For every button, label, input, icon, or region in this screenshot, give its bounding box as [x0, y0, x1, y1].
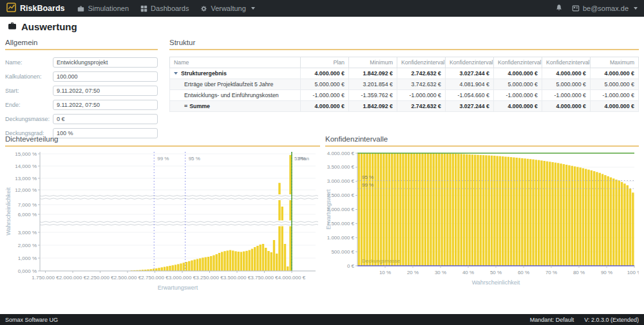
histogram-bar	[161, 267, 163, 271]
histogram-bar	[194, 259, 196, 271]
ci-bar	[402, 153, 404, 266]
ci-bar	[599, 173, 601, 266]
konfidenzintervalle-chart: 95 %99 %Deckungsmasse4.000.000 €3.500.00…	[325, 147, 639, 300]
dichteverteilung-chart: 99 %95 %5 %1 %Plan15,000 %14,000 %13,000…	[5, 147, 320, 300]
chevron-down-icon	[251, 7, 255, 10]
main-menu: Simulationen Dashboards	[77, 5, 254, 12]
value-cell: -1.000.000 €	[591, 90, 639, 101]
value-cell: 4.000.000 €	[591, 68, 639, 79]
ci-bar	[538, 160, 540, 266]
histogram-bar	[273, 240, 275, 271]
histogram-bar	[276, 254, 278, 271]
histogram-bar	[164, 267, 166, 271]
row-label: Entwicklungs- und Einführungskosten	[184, 92, 279, 98]
x-axis-title: Wahrscheinlichkeit	[472, 279, 520, 286]
bell-icon[interactable]	[555, 4, 563, 13]
column-header[interactable]: Konfidenzinterval 99	[397, 57, 446, 68]
ci-bar	[366, 153, 368, 266]
field-label: Name:	[5, 59, 53, 66]
field-label: Deckungsmasse:	[5, 116, 53, 122]
form-row: Ende:	[5, 100, 158, 110]
histogram-bar	[227, 250, 229, 271]
ci-bar	[540, 160, 542, 266]
histogram-bar	[260, 245, 261, 271]
footer-company: Somax Software UG	[5, 317, 58, 323]
dichteverteilung-panel: Dichteverteilung 99 %95 %5 %1 %Plan15,00…	[5, 135, 320, 300]
value-cell: -1.000.000 €	[494, 90, 542, 101]
ci-bar	[372, 153, 374, 266]
histogram-bar	[254, 247, 256, 271]
column-header[interactable]: Maximum	[591, 57, 639, 68]
ci-bar	[563, 164, 565, 266]
chevron-down-icon	[634, 7, 638, 10]
table-row[interactable]: Erträge über Projektlaufzeit 5 Jahre5.00…	[170, 79, 639, 90]
y-tick-label: 7,000 %	[18, 202, 37, 208]
ci-bar	[618, 181, 620, 266]
column-header[interactable]: Konfidenzinterval 95	[446, 57, 494, 68]
ci-bar	[544, 161, 545, 266]
ci-bar	[460, 154, 462, 266]
briefcase-icon	[77, 5, 84, 12]
form-row: Name:	[5, 57, 158, 68]
ci-bar	[593, 171, 595, 266]
ci-bar	[612, 178, 614, 266]
value-cell: -1.359.762 €	[349, 90, 397, 101]
ci-bar	[510, 157, 512, 266]
table-row[interactable]: =Summe4.000.000 €1.842.092 €2.742.632 €3…	[170, 101, 639, 112]
value-cell: -1.000.000 €	[397, 90, 446, 101]
ci-bar	[582, 168, 584, 266]
column-header[interactable]: Minimum	[349, 57, 397, 68]
field-input-2[interactable]	[53, 86, 158, 96]
column-header[interactable]: Konfidenzinterval 5	[494, 57, 542, 68]
histogram-bar	[191, 261, 193, 271]
histogram-bar	[245, 251, 247, 271]
table-row[interactable]: Entwicklungs- und Einführungskosten-1.00…	[170, 90, 639, 101]
y-tick-label: 3.500.000 €	[327, 164, 355, 170]
ci-bar	[574, 167, 576, 266]
app-brand-label: RiskBoards	[20, 4, 64, 13]
collapse-caret-icon[interactable]	[174, 72, 178, 75]
name-cell: =Summe	[170, 101, 301, 112]
histogram-bar	[180, 263, 182, 271]
y-axis-title: Wahrscheinlichkeit	[5, 187, 12, 236]
histogram-bar	[210, 256, 212, 271]
histogram-bar	[169, 266, 171, 271]
histogram-bar	[153, 269, 155, 271]
user-menu[interactable]: be@somax.de	[572, 5, 638, 12]
ci-bar	[468, 154, 470, 266]
ci-bar	[529, 159, 531, 266]
ci-bar	[493, 156, 495, 266]
column-header[interactable]: Plan	[301, 57, 349, 68]
nav-item-verwaltung[interactable]: Verwaltung	[200, 5, 254, 12]
value-cell: 5.000.000 €	[301, 79, 349, 90]
column-header[interactable]: Name	[170, 57, 301, 68]
nav-item-dashboards[interactable]: Dashboards	[140, 5, 189, 12]
ci-bar	[591, 171, 592, 266]
value-cell: 4.000.000 €	[591, 101, 639, 112]
column-header[interactable]: Konfidenzinterval 1	[542, 57, 591, 68]
field-input-1[interactable]	[53, 71, 158, 82]
field-input-0[interactable]	[53, 57, 158, 68]
value-cell: 5.000.000 €	[494, 79, 542, 90]
field-input-3[interactable]	[53, 100, 158, 110]
marker-label: 95 %	[189, 156, 200, 162]
ci-bar	[399, 153, 401, 266]
y-axis-title: Erwartungswert	[325, 189, 332, 230]
ci-bar	[393, 153, 395, 266]
ci-bar	[632, 192, 634, 266]
ci-bar	[491, 156, 493, 266]
field-input-4[interactable]	[53, 114, 158, 124]
deckungsmasse-label: Deckungsmasse	[362, 258, 401, 264]
histogram-bar	[196, 259, 198, 271]
ci-bar	[440, 153, 442, 266]
value-cell: -1.054.660 €	[446, 90, 494, 101]
histogram-bar	[158, 268, 160, 271]
histogram-bar	[199, 258, 201, 271]
table-row[interactable]: Strukturergebnis4.000.000 €1.842.092 €2.…	[170, 68, 639, 79]
nav-item-simulationen[interactable]: Simulationen	[77, 5, 129, 12]
ci-bar	[391, 153, 393, 266]
value-cell: 3.201.854 €	[349, 79, 397, 90]
app-brand[interactable]: RiskBoards	[6, 3, 64, 14]
ci-bar	[419, 153, 421, 266]
ci-bar	[455, 154, 457, 266]
